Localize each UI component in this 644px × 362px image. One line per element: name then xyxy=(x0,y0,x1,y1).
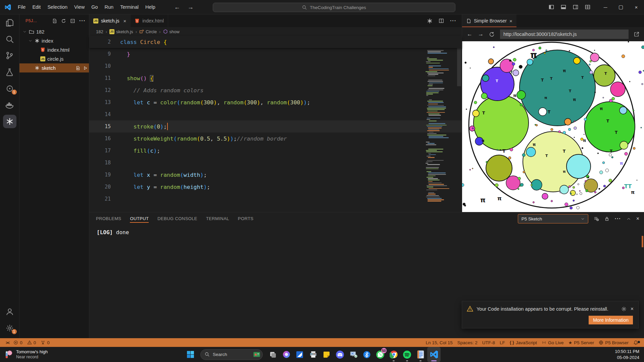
tree-item-index[interactable]: index xyxy=(19,36,89,45)
taskbar-sticky-notes-icon[interactable] xyxy=(320,347,333,362)
notification-settings-gear-icon[interactable] xyxy=(621,306,627,312)
tab-simple-browser[interactable]: Simple Browser × xyxy=(462,14,516,27)
menu-view[interactable]: View xyxy=(71,0,88,14)
code-line-14[interactable]: 14 xyxy=(89,108,462,120)
taskbar-clock[interactable]: 10:50:11 PM 05-09-2024 xyxy=(615,349,639,360)
browser-reload-icon[interactable] xyxy=(489,32,495,37)
code-line-19[interactable]: 19 let x = random(width); xyxy=(89,169,462,181)
panel-tab-debug-console[interactable]: DEBUG CONSOLE xyxy=(157,212,197,225)
taskbar-scanner-icon[interactable] xyxy=(293,347,306,362)
code-editor[interactable]: 2class Circle {9 }1011 show() {12 // Add… xyxy=(89,36,462,212)
taskbar-bluetooth-icon[interactable] xyxy=(360,347,374,362)
p5-sketch-canvas[interactable]: ππTπTπTπTπTπTπTππTTπTTTTTπTTπTπ xyxy=(462,41,644,212)
maximize-button[interactable]: ▢ xyxy=(613,0,629,14)
activity-settings-gear-icon[interactable]: 1 xyxy=(0,320,19,336)
code-line-11[interactable]: 11 show() { xyxy=(89,72,462,84)
breadcrumb-sketch.js[interactable]: JSsketch.js xyxy=(109,29,133,34)
status-go-live[interactable]: Go Live xyxy=(539,340,566,345)
panel-tab-ports[interactable]: PORTS xyxy=(238,212,254,225)
start-button[interactable] xyxy=(184,347,197,362)
tree-item-sketch[interactable]: sketch xyxy=(19,63,89,72)
activity-docker-icon[interactable] xyxy=(0,97,19,113)
menu-file[interactable]: File xyxy=(14,0,29,14)
taskbar-spotify-icon[interactable] xyxy=(400,347,414,362)
status-ln-15-col-15[interactable]: Ln 15, Col 15 xyxy=(423,340,455,345)
command-center[interactable]: TheCodingTrain Challenges xyxy=(213,3,455,12)
run-icon[interactable] xyxy=(83,66,88,70)
maximize-panel-icon[interactable] xyxy=(627,217,631,221)
breadcrumb[interactable]: 182›JSsketch.js›Circle›show xyxy=(89,27,462,36)
activity-p5-sketch-icon[interactable] xyxy=(0,113,19,130)
activity-p5-libraries-icon[interactable]: 1 xyxy=(0,80,19,97)
tree-item-circle.js[interactable]: JScircle.js xyxy=(19,54,89,63)
status-utf-8[interactable]: UTF-8 xyxy=(480,340,497,345)
code-line-16[interactable]: 16 strokeWeight(random(0.5, 5.5));//rand… xyxy=(89,133,462,145)
vscode-logo-icon[interactable] xyxy=(5,4,11,10)
taskbar-search[interactable]: Search xyxy=(200,349,263,360)
code-line-9[interactable]: 9 } xyxy=(89,48,462,60)
taskbar-notepad-icon[interactable] xyxy=(414,347,427,362)
close-panel-icon[interactable]: × xyxy=(636,216,639,222)
breadcrumb-show[interactable]: show xyxy=(163,29,180,34)
refresh-icon[interactable] xyxy=(61,18,66,23)
breadcrumb-Circle[interactable]: Circle xyxy=(139,29,157,34)
tab-sketch.js[interactable]: JSsketch.js× xyxy=(89,14,131,27)
status-p5-browser[interactable]: P5 Browser xyxy=(596,340,631,345)
code-line-13[interactable]: 13 let c = color(random(300), random(300… xyxy=(89,96,462,108)
breadcrumb-182[interactable]: 182 xyxy=(96,29,103,34)
menu-selection[interactable]: Selection xyxy=(44,0,71,14)
tab-index.html[interactable]: 5index.html xyxy=(131,14,168,27)
status-0[interactable]: 0 xyxy=(11,340,25,345)
toggle-sidebar-icon[interactable] xyxy=(549,4,554,10)
tree-item-182[interactable]: 182 xyxy=(19,27,89,36)
status-0[interactable]: 0 xyxy=(25,340,39,345)
browser-forward-icon[interactable]: → xyxy=(478,31,484,38)
close-button[interactable]: × xyxy=(629,0,644,14)
menu-help[interactable]: Help xyxy=(142,0,159,14)
panel-tab-problems[interactable]: PROBLEMS xyxy=(96,212,121,225)
tree-item-index.html[interactable]: 5index.html xyxy=(19,45,89,54)
status-lf[interactable]: LF xyxy=(497,340,507,345)
minimize-button[interactable]: ─ xyxy=(598,0,613,14)
status-bell-icon[interactable] xyxy=(631,340,641,345)
panel-tab-output[interactable]: OUTPUT xyxy=(130,212,149,225)
code-line-15[interactable]: 15 stroke(0); xyxy=(89,120,462,133)
taskbar-stacked-windows-icon[interactable] xyxy=(266,347,280,362)
taskbar-vscode-icon[interactable] xyxy=(427,347,441,362)
code-line-12[interactable]: 12 // Adds random colors xyxy=(89,84,462,96)
lock-scroll-icon[interactable] xyxy=(604,216,609,221)
code-line-18[interactable]: 18 xyxy=(89,157,462,169)
weather-widget[interactable]: Tomorrow's high Near record xyxy=(0,349,77,360)
status-spaces-2[interactable]: Spaces: 2 xyxy=(455,340,480,345)
close-icon[interactable]: × xyxy=(509,18,512,24)
browser-back-icon[interactable]: ← xyxy=(467,31,473,38)
notification-close-icon[interactable]: × xyxy=(631,306,634,312)
panel-scrollbar[interactable] xyxy=(642,236,643,247)
taskbar-whatsapp-icon[interactable]: 50 xyxy=(374,347,387,362)
menu-terminal[interactable]: Terminal xyxy=(117,0,142,14)
toggle-secondary-sidebar-icon[interactable] xyxy=(573,4,578,10)
more-icon[interactable]: ··· xyxy=(615,216,621,222)
editor-scrollbar[interactable] xyxy=(457,36,461,204)
taskbar-copilot-icon[interactable] xyxy=(280,347,293,362)
output-log[interactable]: [LOG] done xyxy=(89,225,644,236)
nav-back-icon[interactable]: ← xyxy=(174,4,180,11)
code-line-21[interactable]: 21 xyxy=(89,193,462,205)
activity-source-control-icon[interactable] xyxy=(0,47,19,64)
p5-asterisk-icon[interactable] xyxy=(427,18,433,24)
open-file-icon[interactable] xyxy=(76,66,80,70)
more-icon[interactable]: ··· xyxy=(79,18,86,24)
taskbar-chrome-icon[interactable] xyxy=(387,347,400,362)
new-sketch-icon[interactable] xyxy=(52,18,57,23)
toggle-panel-icon[interactable] xyxy=(561,4,566,10)
activity-test-beaker-icon[interactable] xyxy=(0,64,19,80)
menu-go[interactable]: Go xyxy=(88,0,101,14)
split-editor-icon[interactable] xyxy=(439,18,444,23)
minimap[interactable] xyxy=(425,36,452,204)
open-external-icon[interactable] xyxy=(634,32,639,37)
status-p5-server[interactable]: ★P5 Server xyxy=(566,340,597,345)
taskbar-discord-icon[interactable] xyxy=(333,347,347,362)
collapse-icon[interactable] xyxy=(70,18,75,23)
activity-files-icon[interactable] xyxy=(0,14,19,31)
close-icon[interactable]: × xyxy=(123,18,126,24)
